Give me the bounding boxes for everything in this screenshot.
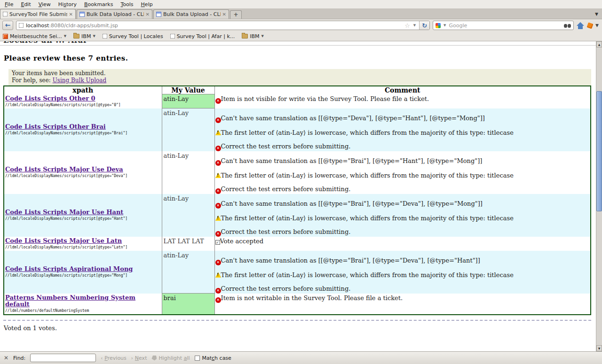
- url-bar[interactable]: localhost:8080/cldr-apps/submit.jsp ☆ ▼ …: [16, 21, 430, 30]
- bookmark-star-icon[interactable]: ☆: [404, 22, 410, 29]
- speed-dial-icon: [3, 34, 8, 39]
- xpath-link[interactable]: Code Lists Scripts Major Use Latn: [5, 238, 161, 244]
- scroll-down-arrow-icon[interactable]: ▼: [596, 345, 602, 351]
- warning-icon: [215, 272, 221, 278]
- cldr-favicon: [79, 12, 85, 17]
- xpath-link[interactable]: Code Lists Scripts Aspirational Mong: [5, 266, 161, 272]
- xpath-cell: Code Lists Scripts Aspirational Mong//ld…: [4, 251, 162, 294]
- table-row: Code Lists Scripts Other Brai//ldml/loca…: [4, 108, 591, 151]
- tab-2[interactable]: Bulk Data Upload - CLDR - Un...✕: [77, 9, 152, 19]
- comment-line: The first letter of ⟨atin-Lay⟩ is lowerc…: [215, 271, 591, 279]
- match-case-toggle[interactable]: Match case: [195, 355, 231, 361]
- menu-edit[interactable]: Edit: [17, 1, 34, 8]
- tab-1[interactable]: SurveyTool File Submission | ...✕: [0, 9, 76, 19]
- scrollbar-track[interactable]: [596, 47, 602, 345]
- dashed-divider: [3, 320, 591, 321]
- table-row: Code Lists Scripts Major Use Latn//ldml/…: [4, 237, 591, 251]
- using-bulk-upload-link[interactable]: Using Bulk Upload: [53, 77, 107, 84]
- heading-rule: [0, 45, 596, 46]
- tab-close-icon[interactable]: ✕: [69, 12, 73, 17]
- back-button[interactable]: ←: [2, 21, 13, 30]
- xpath-link[interactable]: Code Lists Scripts Major Use Hant: [5, 209, 161, 216]
- checked-checkbox-icon[interactable]: ✓: [215, 240, 220, 245]
- comment-text: Correct the test errors before submittin…: [221, 228, 351, 235]
- bookmark-item[interactable]: Survey Tool | Locales: [103, 33, 163, 39]
- comment-line: ✕Can't have same translation as [[@type=…: [215, 200, 591, 209]
- my-value-cell: atin-Lay: [162, 108, 214, 151]
- bookmark-item[interactable]: IBM▼: [242, 33, 264, 39]
- menu-bar: FileEditViewHistoryBookmarksToolsHelp: [0, 0, 602, 8]
- xpath-cell: Code Lists Scripts Major Use Latn//ldml/…: [4, 237, 162, 251]
- findbar-close-icon[interactable]: ✕: [4, 355, 8, 361]
- navigation-toolbar: ← localhost:8080/cldr-apps/submit.jsp ☆ …: [0, 19, 602, 31]
- bookmark-item[interactable]: Meistbesuchte Sei...▼: [3, 33, 66, 39]
- find-input[interactable]: [30, 354, 96, 362]
- comment-line: ✕Correct the test errors before submitti…: [215, 285, 591, 294]
- bookmark-item[interactable]: IBM▼: [73, 33, 95, 39]
- xpath-path: //ldml/numbers/defaultNumberingSystem: [5, 309, 161, 313]
- menu-history[interactable]: History: [55, 1, 80, 8]
- comment-text: Vote accepted: [220, 238, 264, 245]
- chevron-down-icon: ▼: [261, 34, 264, 38]
- xpath-path: //ldml/localeDisplayNames/scripts/script…: [5, 217, 161, 221]
- url-text[interactable]: localhost:8080/cldr-apps/submit.jsp: [26, 23, 402, 29]
- menu-help[interactable]: Help: [137, 1, 157, 8]
- my-value-cell: brai: [162, 294, 214, 315]
- google-logo-icon: [436, 23, 441, 28]
- my-value-cell: atin-Lay: [162, 194, 214, 237]
- bookmarks-bar: Meistbesuchte Sei...▼IBM▼Survey Tool | L…: [0, 31, 602, 41]
- xpath-link[interactable]: Patterns Numbers Numbering System defaul…: [5, 294, 161, 308]
- comment-text: Can't have same translation as [[@type="…: [221, 157, 483, 164]
- list-all-tabs-chevron-icon[interactable]: ▼: [592, 12, 601, 19]
- xpath-cell: Patterns Numbers Numbering System defaul…: [4, 294, 162, 315]
- my-value-cell: LAT LAT LAT: [162, 237, 214, 251]
- find-previous-button[interactable]: ‹Previous: [101, 355, 127, 361]
- chevron-down-icon: ▼: [64, 34, 66, 38]
- xpath-cell: Code Lists Scripts Other Brai//ldml/loca…: [4, 108, 162, 151]
- page-scroll-area: Locales an ... Afar Please review these …: [0, 41, 596, 351]
- xpath-link[interactable]: Code Lists Scripts Major Use Deva: [5, 166, 161, 173]
- tab-title: SurveyTool File Submission | ...: [9, 11, 67, 17]
- bookmark-label: IBM: [81, 33, 91, 39]
- match-case-checkbox[interactable]: [195, 356, 200, 361]
- new-tab-button[interactable]: +: [230, 10, 242, 19]
- error-icon: ✕: [215, 146, 221, 151]
- search-engine-chevron-icon[interactable]: ▼: [443, 23, 447, 27]
- search-placeholder: Google: [449, 23, 562, 29]
- home-icon[interactable]: [577, 22, 585, 29]
- table-row: Code Lists Scripts Other 0//ldml/localeD…: [4, 94, 591, 108]
- table-row: Patterns Numbers Numbering System defaul…: [4, 294, 591, 315]
- bookmark-item[interactable]: Survey Tool | Afar | k...: [170, 33, 235, 39]
- tab-close-icon[interactable]: ✕: [146, 12, 150, 17]
- reload-button[interactable]: ↻: [419, 21, 429, 30]
- comment-text: The first letter of ⟨atin-Lay⟩ is lowerc…: [221, 172, 514, 179]
- find-next-button[interactable]: ›Next: [131, 355, 147, 361]
- url-dropdown-chevron-icon[interactable]: ▼: [412, 23, 417, 27]
- menu-bookmarks[interactable]: Bookmarks: [80, 1, 117, 8]
- binoculars-search-icon[interactable]: [564, 23, 571, 28]
- search-box[interactable]: ▼ Google: [433, 21, 574, 30]
- comment-line: ✓Vote accepted: [215, 238, 591, 245]
- error-icon: ✕: [215, 188, 221, 194]
- extension-icon[interactable]: [587, 22, 594, 29]
- comment-line: ✕Item is not visible for write via the S…: [215, 95, 591, 104]
- tab-close-icon[interactable]: ✕: [222, 12, 226, 17]
- toolbar-overflow-chevron-icon[interactable]: ▼: [595, 23, 600, 28]
- votes-summary: Voted on 1 votes.: [4, 325, 596, 332]
- highlight-all-button[interactable]: Highlight all: [151, 355, 190, 361]
- menu-view[interactable]: View: [35, 1, 55, 8]
- xpath-cell: Code Lists Scripts Major Use Deva//ldml/…: [4, 151, 162, 194]
- scrollbar-thumb[interactable]: [596, 91, 602, 211]
- tab-3[interactable]: Bulk Data Upload - CLDR - Un...✕: [153, 9, 229, 19]
- table-row: Code Lists Scripts Aspirational Mong//ld…: [4, 251, 591, 294]
- menu-file[interactable]: File: [1, 1, 17, 8]
- col-header-xpath: xpath: [4, 86, 162, 94]
- scroll-up-arrow-icon[interactable]: ▲: [596, 41, 602, 47]
- xpath-path: //ldml/localeDisplayNames/scripts/script…: [5, 103, 161, 107]
- xpath-link[interactable]: Code Lists Scripts Other 0: [5, 95, 161, 102]
- comment-text: The first letter of ⟨atin-Lay⟩ is lowerc…: [221, 271, 514, 279]
- menu-tools[interactable]: Tools: [117, 1, 137, 8]
- folder-icon: [73, 34, 79, 39]
- vertical-scrollbar[interactable]: ▲ ▼: [596, 41, 602, 351]
- xpath-link[interactable]: Code Lists Scripts Other Brai: [5, 124, 161, 130]
